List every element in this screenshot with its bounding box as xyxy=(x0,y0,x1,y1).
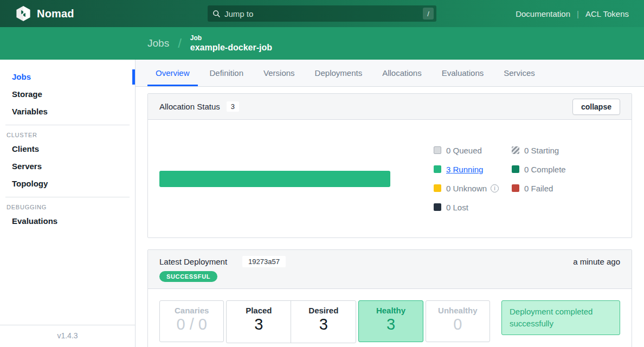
deployment-id-badge: 19273a57 xyxy=(242,256,286,267)
sidebar-item-storage[interactable]: Storage xyxy=(0,86,135,103)
links-separator: | xyxy=(577,9,579,18)
sidebar-section-debugging: DEBUGGING xyxy=(0,197,135,213)
tab-overview[interactable]: Overview xyxy=(147,60,198,86)
content-area: Allocation Status 3 collapse 0 Queued xyxy=(136,87,644,347)
tab-evaluations[interactable]: Evaluations xyxy=(434,60,492,86)
slash-shortcut-key: / xyxy=(423,8,434,20)
starting-swatch-icon xyxy=(512,146,519,154)
legend-item-starting: 0 Starting xyxy=(512,145,596,156)
jump-to-search[interactable]: / xyxy=(208,5,436,22)
allocation-count-badge: 3 xyxy=(227,101,239,112)
tab-services[interactable]: Services xyxy=(495,60,543,86)
deployment-message: Deployment completed successfully xyxy=(501,300,620,335)
brand-name: Nomad xyxy=(37,8,74,20)
breadcrumb-separator: / xyxy=(178,36,182,51)
sidebar-item-jobs[interactable]: Jobs xyxy=(0,68,135,86)
placed-metric: Placed 3 xyxy=(227,301,291,343)
latest-deployment-panel: Latest Deployment 19273a57 a minute ago … xyxy=(147,249,632,347)
nomad-app: Nomad / Documentation | ACL Tokens Jobs … xyxy=(0,0,644,347)
main-content: Overview Definition Versions Deployments… xyxy=(136,60,644,347)
desired-metric: Desired 3 xyxy=(291,301,356,343)
breadcrumb-sublabel: Job xyxy=(190,34,272,42)
breadcrumb-current-job[interactable]: Job example-docker-job xyxy=(190,34,272,53)
top-links: Documentation | ACL Tokens xyxy=(516,9,629,18)
legend-item-lost: 0 Lost xyxy=(434,202,512,213)
sidebar-item-topology[interactable]: Topology xyxy=(0,175,135,192)
latest-deployment-header: Latest Deployment 19273a57 a minute ago … xyxy=(148,250,632,289)
legend-item-failed: 0 Failed xyxy=(512,183,596,194)
allocation-status-panel: Allocation Status 3 collapse 0 Queued xyxy=(147,93,632,238)
lost-swatch-icon xyxy=(434,203,441,211)
running-swatch-icon xyxy=(434,165,441,173)
sidebar-item-clients[interactable]: Clients xyxy=(0,140,135,158)
allocation-legend: 0 Queued 0 Starting 3 Running xyxy=(434,145,596,213)
latest-deployment-title: Latest Deployment xyxy=(159,257,227,266)
legend-item-unknown: 0 Unknown xyxy=(434,183,512,194)
active-indicator xyxy=(132,69,135,85)
sidebar: Jobs Storage Variables CLUSTER Clients S… xyxy=(0,60,136,347)
breadcrumb: Jobs / Job example-docker-job xyxy=(0,27,644,60)
canaries-metric: Canaries 0 / 0 xyxy=(159,300,224,342)
sidebar-item-variables[interactable]: Variables xyxy=(0,103,135,120)
legend-item-running: 3 Running xyxy=(434,164,512,175)
allocation-bar-chart xyxy=(159,171,390,187)
complete-swatch-icon xyxy=(512,165,519,173)
running-allocations-link[interactable]: 3 Running xyxy=(446,165,483,174)
body-frame: Jobs Storage Variables CLUSTER Clients S… xyxy=(0,60,644,347)
tab-allocations[interactable]: Allocations xyxy=(374,60,430,86)
bar-segment-running xyxy=(159,171,390,187)
info-icon[interactable] xyxy=(491,184,499,192)
legend-item-queued: 0 Queued xyxy=(434,145,512,156)
allocation-status-body: 0 Queued 0 Starting 3 Running xyxy=(148,120,632,237)
tab-definition[interactable]: Definition xyxy=(202,60,252,86)
failed-swatch-icon xyxy=(512,184,519,192)
nomad-logo-icon xyxy=(15,5,31,22)
sidebar-section-cluster: CLUSTER xyxy=(0,125,135,140)
page-title: example-docker-job xyxy=(190,42,272,53)
unknown-swatch-icon xyxy=(434,184,441,192)
deployment-timestamp: a minute ago xyxy=(573,257,620,266)
latest-deployment-body: Canaries 0 / 0 Placed 3 Desired 3 xyxy=(148,289,632,347)
tab-deployments[interactable]: Deployments xyxy=(307,60,371,86)
documentation-link[interactable]: Documentation xyxy=(516,9,570,18)
nomad-home-link[interactable]: Nomad xyxy=(15,5,74,22)
placed-desired-group: Placed 3 Desired 3 xyxy=(226,300,356,343)
tab-versions[interactable]: Versions xyxy=(255,60,303,86)
legend-item-complete: 0 Complete xyxy=(512,164,596,175)
allocation-status-title: Allocation Status xyxy=(159,102,220,111)
allocation-status-header: Allocation Status 3 collapse xyxy=(148,94,632,120)
top-navigation: Nomad / Documentation | ACL Tokens xyxy=(0,0,644,27)
breadcrumb-jobs-link[interactable]: Jobs xyxy=(147,37,169,49)
acl-tokens-link[interactable]: ACL Tokens xyxy=(585,9,629,18)
search-icon xyxy=(212,10,221,18)
sidebar-item-evaluations[interactable]: Evaluations xyxy=(0,213,135,230)
healthy-metric: Healthy 3 xyxy=(358,300,423,342)
unhealthy-metric: Unhealthy 0 xyxy=(426,300,490,342)
search-input[interactable] xyxy=(224,9,420,18)
deployment-status-badge: SUCCESSFUL xyxy=(159,271,217,282)
queued-swatch-icon xyxy=(434,146,441,154)
version-label: v1.4.3 xyxy=(0,325,135,347)
job-tabs: Overview Definition Versions Deployments… xyxy=(136,60,644,87)
sidebar-item-label: Jobs xyxy=(12,72,31,81)
collapse-button[interactable]: collapse xyxy=(572,99,620,115)
sidebar-item-servers[interactable]: Servers xyxy=(0,158,135,175)
